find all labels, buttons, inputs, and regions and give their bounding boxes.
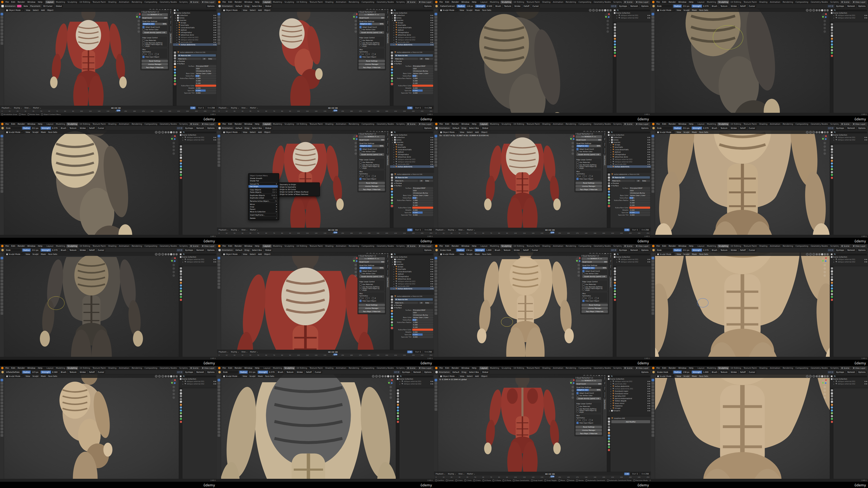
menubar-item-edit[interactable]: Edit xyxy=(228,367,233,369)
toolbar-tool-icon[interactable] xyxy=(1,309,3,312)
blender-logo-icon[interactable] xyxy=(652,245,654,247)
properties-tab-icon[interactable] xyxy=(174,74,176,76)
dyntopo-dropdown[interactable]: Dyntopo xyxy=(401,370,411,373)
property-value-field[interactable]: 0.500 xyxy=(412,333,433,336)
hide-eye-icon[interactable] xyxy=(431,259,432,260)
navigation-gizmo[interactable] xyxy=(822,13,828,19)
dyntopo-dropdown[interactable]: Dyntopo xyxy=(184,127,194,130)
hide-eye-icon[interactable] xyxy=(648,259,649,260)
viewport-menu-view[interactable]: View xyxy=(459,253,465,255)
pan-view-icon[interactable] xyxy=(173,389,175,392)
outliner-item[interactable]: ▸deltoid xyxy=(390,29,434,31)
properties-tab-icon[interactable] xyxy=(831,174,833,176)
blender-logo-icon[interactable] xyxy=(652,123,654,125)
toolbar-tool-icon[interactable] xyxy=(652,68,654,71)
hide-eye-icon[interactable] xyxy=(648,159,649,160)
timeline-menu-playback[interactable]: Playback ⌄ xyxy=(218,107,229,109)
viewport-menu-view[interactable]: View xyxy=(242,9,248,11)
workspace-tab-modeling[interactable]: Modeling xyxy=(706,1,717,3)
sculpt-menu-falloff[interactable]: Falloff xyxy=(739,370,747,373)
adaptive-size-slider[interactable]: Adaptive size50% xyxy=(577,145,601,147)
outliner-item[interactable]: ▸forearm xyxy=(607,410,651,412)
property-value-field[interactable]: Christensen-Burley xyxy=(629,192,650,194)
blender-logo-icon[interactable] xyxy=(652,1,654,3)
toolbar-tool-icon[interactable] xyxy=(1,382,3,385)
toolbar-tool-icon[interactable] xyxy=(435,13,437,15)
zoom-view-icon[interactable] xyxy=(824,386,826,388)
viewport-menu-sculpt[interactable]: Sculpt xyxy=(466,9,473,11)
symmetry-z-checkbox[interactable]: Z xyxy=(589,175,593,177)
toolbar-tool-icon[interactable] xyxy=(1,170,3,173)
toolbar-tool-icon[interactable] xyxy=(435,401,437,404)
workspace-tab-compositing[interactable]: Compositing xyxy=(361,1,375,3)
use-vertex-color-checkbox[interactable]: Use Vertex Color xyxy=(143,28,167,31)
workspace-tab-sculpting[interactable]: Sculpting xyxy=(717,1,729,3)
toolbar-tool-icon[interactable] xyxy=(435,42,437,45)
toolbar-tool-icon[interactable] xyxy=(435,260,437,263)
viewport-menu-select[interactable]: Select xyxy=(32,9,39,11)
blender-logo-icon[interactable] xyxy=(435,245,437,247)
jump-end-icon[interactable]: ▶▶ xyxy=(335,351,338,353)
toolbar-tool-icon[interactable] xyxy=(652,411,654,414)
outliner-item[interactable]: ▸rectus abdominis xyxy=(390,43,434,46)
workspace-tab-sculpting[interactable]: Sculpting xyxy=(500,366,512,369)
timeline-ruler[interactable]: 0102030405060708090100110120130140150160… xyxy=(0,109,217,112)
jump-end-icon[interactable]: ▶▶ xyxy=(335,107,338,109)
use-materials-checkbox[interactable]: Use Materials xyxy=(360,161,384,163)
disable-camera-icon[interactable] xyxy=(432,381,433,382)
material-slot-row[interactable]: Material.006 xyxy=(395,298,433,301)
workspace-tab-texture-paint[interactable]: Texture Paint xyxy=(742,366,757,369)
workspace-tab-layout[interactable]: Layout xyxy=(696,245,706,248)
license-manager-button[interactable]: License Manager xyxy=(576,185,602,188)
sculpt-menu-falloff[interactable]: Falloff xyxy=(739,127,747,130)
menubar-item-help[interactable]: Help xyxy=(688,367,694,369)
workspace-tab-uv-editing[interactable]: UV Editing xyxy=(79,1,91,3)
zoom-view-icon[interactable] xyxy=(824,264,826,266)
play-reverse-icon[interactable]: ◀ xyxy=(331,351,333,353)
brush-name-field[interactable]: Snake Hook xyxy=(656,370,672,373)
play-icon[interactable]: ▶ xyxy=(116,107,118,109)
workspace-tab-shading[interactable]: Shading xyxy=(758,1,769,3)
toolbar-tool-icon[interactable] xyxy=(1,148,3,151)
preview-section-header[interactable]: ▸ Preview xyxy=(394,60,433,62)
play-reverse-icon[interactable]: ◀ xyxy=(548,229,550,231)
properties-tab-icon[interactable] xyxy=(391,196,393,198)
workspace-tab-animation[interactable]: Animation xyxy=(335,366,347,369)
hide-eye-icon[interactable] xyxy=(431,264,432,265)
viewport-3d[interactable]: Sculpt Mode⌄ViewSculptMaskFace Sets▾ Qua… xyxy=(438,252,613,357)
outliner-item[interactable]: ▸brachialis xyxy=(173,24,217,26)
toolbar-tool-icon[interactable] xyxy=(218,273,220,276)
menubar-item-window[interactable]: Window xyxy=(678,245,687,247)
properties-tab-icon[interactable] xyxy=(831,398,833,400)
quad-count-field[interactable]: Quad Count300 xyxy=(582,261,608,263)
outliner-item[interactable]: ▸oblique external.002 xyxy=(613,17,651,19)
orientation-dropdown[interactable]: Default xyxy=(235,127,244,130)
sculpt-menu-stroke[interactable]: Stroke xyxy=(296,370,304,373)
shading-material-icon[interactable] xyxy=(607,9,609,11)
property-value-field[interactable]: Christensen-Burley xyxy=(412,70,433,72)
outliner-item[interactable]: ▸triceps xyxy=(607,407,651,410)
workspace-tab-shading[interactable]: Shading xyxy=(107,245,118,248)
menubar-item-window[interactable]: Window xyxy=(244,123,253,125)
outliner-search-input[interactable]: 🔍 xyxy=(616,9,650,11)
toolbar-tool-icon[interactable] xyxy=(1,385,3,388)
hide-eye-icon[interactable] xyxy=(214,381,215,382)
outliner-item[interactable]: ▸oblique external.001 xyxy=(830,380,868,383)
workspace-tab-compositing[interactable]: Compositing xyxy=(361,366,375,369)
toolbar-tool-icon[interactable] xyxy=(652,154,654,157)
outliner-item[interactable]: ▸deltoid xyxy=(607,151,651,153)
menubar-item-file[interactable]: File xyxy=(222,123,226,125)
play-icon[interactable]: ▶ xyxy=(333,351,335,353)
magnet-icon[interactable] xyxy=(806,253,809,256)
workspace-tab-geometry-nodes[interactable]: Geometry Nodes xyxy=(376,366,395,369)
outliner-item[interactable]: ▸oblique external.002 xyxy=(830,17,868,19)
outliner-root-row[interactable]: Scene Collection xyxy=(830,12,868,14)
properties-tab-icon[interactable] xyxy=(180,279,182,281)
sculpt-menu-falloff[interactable]: Falloff xyxy=(523,5,531,8)
toolbar-tool-icon[interactable] xyxy=(652,184,654,186)
material-name-field[interactable]: Material.0.. xyxy=(394,302,418,304)
mode-dropdown[interactable]: Object Mode⌄ xyxy=(439,375,458,378)
adaptive-size-slider[interactable]: Adaptive size50% xyxy=(582,267,607,269)
symmetry-x-checkbox[interactable]: X xyxy=(577,175,581,177)
use-materials-checkbox[interactable]: Use Materials xyxy=(577,161,601,163)
